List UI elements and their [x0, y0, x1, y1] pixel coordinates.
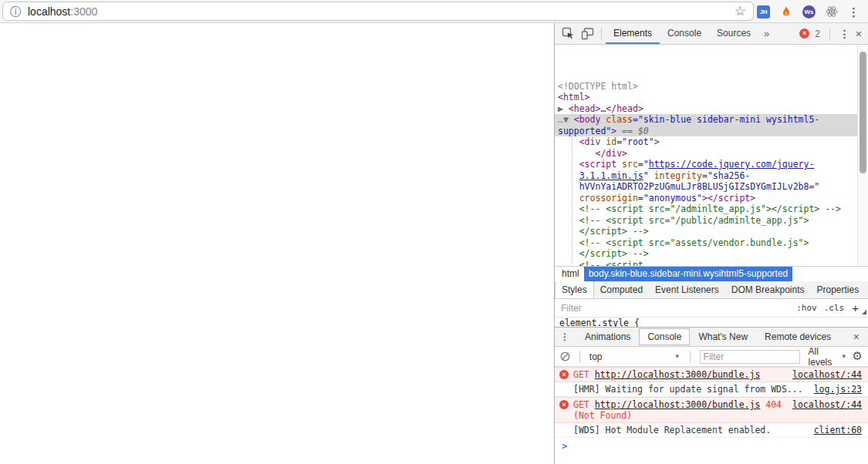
- dom-tree-line[interactable]: </div>: [558, 148, 856, 160]
- styles-sidebar-tabs: StylesComputedEvent ListenersDOM Breakpo…: [555, 281, 868, 299]
- new-style-rule-button[interactable]: +: [852, 301, 859, 314]
- drawer-tab-bar: ⋮ AnimationsConsoleWhat's NewRemote devi…: [555, 328, 868, 347]
- toggle-class-button[interactable]: .cls: [824, 303, 845, 313]
- devtools-panel: ElementsConsoleSources » × 2 ⋮ × <!DOCTY…: [554, 23, 868, 464]
- console-settings-gear-icon[interactable]: ⚙: [853, 351, 863, 362]
- console-message[interactable]: ×localhost/:44GET http://localhost:3000/…: [555, 367, 868, 382]
- drawer-tab-what-s-new[interactable]: What's New: [690, 328, 756, 346]
- url-port: :3000: [70, 5, 97, 18]
- console-prompt-chevron-icon[interactable]: >: [555, 438, 868, 455]
- styles-filter-input[interactable]: [559, 302, 789, 314]
- toggle-hover-state-button[interactable]: :hov: [796, 303, 817, 313]
- devtools-tab-elements[interactable]: Elements: [606, 23, 660, 44]
- styles-filter-bar: :hov .cls +: [555, 299, 868, 318]
- toolbar-divider: [829, 28, 830, 40]
- console-message-text: client:60[WDS] Hot Module Replacement en…: [573, 425, 862, 435]
- dom-tree-line[interactable]: <div id="root">: [558, 136, 856, 148]
- dom-tree-line[interactable]: <!-- <script src="http://localhost:3000/…: [558, 260, 856, 267]
- browser-menu-icon[interactable]: ⋮: [848, 6, 860, 18]
- dom-tree-line[interactable]: <!-- <script src="/public/adminlte_app.j…: [558, 215, 856, 237]
- console-toolbar: top ▼ All levels ▼ ⚙: [555, 347, 868, 367]
- error-icon: ×: [559, 400, 569, 409]
- dom-tree-lines: <!DOCTYPE html><html>▶ <head>…</head>…▼ …: [558, 81, 856, 267]
- console-source-link[interactable]: localhost/:44: [792, 399, 862, 410]
- error-count[interactable]: 2: [815, 29, 820, 39]
- context-label: top: [589, 351, 603, 362]
- dom-tree-line[interactable]: …▼ <body class="skin-blue sidebar-mini w…: [555, 114, 868, 136]
- devtools-tab-strip: ElementsConsoleSources: [606, 23, 758, 44]
- chevron-down-icon: ▼: [841, 353, 847, 360]
- console-message[interactable]: client:60[WDS] Hot Module Replacement en…: [555, 423, 868, 438]
- breadcrumb-bar-items: htmlbody.skin-blue.sidebar-mini.wysihtml…: [557, 267, 792, 281]
- drawer-tab-remote-devices[interactable]: Remote devices: [756, 328, 839, 346]
- scrollbar-thumb[interactable]: [860, 52, 866, 173]
- styles-tab-event-listeners[interactable]: Event Listeners: [649, 281, 725, 298]
- dom-tree-line[interactable]: <script src="https://code.jquery.com/jqu…: [558, 159, 856, 203]
- console-message-text: log.js:23[HMR] Waiting for update signal…: [573, 384, 862, 395]
- console-source-link[interactable]: log.js:23: [814, 384, 862, 395]
- styles-tab-strip: StylesComputedEvent ListenersDOM Breakpo…: [555, 281, 865, 298]
- styles-tab-dom-breakpoints[interactable]: DOM Breakpoints: [725, 281, 811, 298]
- execution-context-selector[interactable]: top ▼: [589, 351, 681, 362]
- elements-panel: <!DOCTYPE html><html>▶ <head>…</head>…▼ …: [555, 45, 868, 266]
- dom-tree-line[interactable]: <!-- <script src="assets/vendor.bundle.j…: [558, 237, 856, 260]
- extension-ws-icon[interactable]: Ws: [802, 5, 816, 18]
- inspect-element-icon[interactable]: [559, 25, 578, 43]
- breadcrumb-item[interactable]: html: [557, 267, 584, 281]
- more-tabs-icon[interactable]: »: [758, 28, 775, 39]
- styles-tab-styles[interactable]: Styles: [555, 281, 594, 298]
- extension-react-devtools-icon[interactable]: [826, 5, 838, 18]
- chevron-down-icon: ▼: [674, 353, 681, 360]
- devtools-toolbar: ElementsConsoleSources » × 2 ⋮ ×: [555, 23, 868, 45]
- breadcrumb: htmlbody.skin-blue.sidebar-mini.wysihtml…: [555, 266, 868, 281]
- extension-flame-icon[interactable]: [780, 5, 792, 18]
- browser-toolbar: ⓘ localhost:3000 ☆ JH Ws ⋮: [0, 0, 868, 23]
- devtools-menu-icon[interactable]: ⋮: [839, 29, 850, 39]
- breadcrumb-item[interactable]: body.skin-blue.sidebar-mini.wysihtml5-su…: [584, 267, 793, 281]
- elements-scrollbar[interactable]: [857, 45, 868, 266]
- devtools-tab-console[interactable]: Console: [660, 23, 709, 44]
- url-host: localhost: [28, 5, 70, 18]
- dom-tree-line[interactable]: ▶ <head>…</head>: [558, 103, 856, 115]
- drawer-close-icon[interactable]: ×: [853, 331, 863, 343]
- styles-pane-clipped-rule: element.style {: [555, 318, 868, 327]
- error-icon: ×: [559, 370, 569, 379]
- console-source-link[interactable]: localhost/:44: [792, 369, 862, 380]
- console-messages: ×localhost/:44GET http://localhost:3000/…: [555, 367, 868, 438]
- styles-tab-properties[interactable]: Properties: [810, 281, 865, 298]
- styles-tab-computed[interactable]: Computed: [594, 281, 649, 298]
- log-levels-selector[interactable]: All levels ▼: [809, 346, 847, 368]
- dom-tree-line[interactable]: <!-- <script src="/adminlte_app.js"></sc…: [558, 203, 856, 215]
- error-badge-icon[interactable]: ×: [799, 29, 809, 39]
- message-indent: [559, 425, 573, 435]
- toolbar-divider: [601, 28, 602, 40]
- message-indent: [559, 384, 573, 395]
- dom-tree-line[interactable]: <html>: [558, 92, 856, 103]
- drawer-tab-animations[interactable]: Animations: [576, 328, 639, 346]
- console-filter-input[interactable]: [700, 350, 800, 364]
- console-message[interactable]: log.js:23[HMR] Waiting for update signal…: [555, 382, 868, 397]
- address-bar[interactable]: ⓘ localhost:3000 ☆: [2, 2, 754, 21]
- console-message[interactable]: ×localhost/:44GET http://localhost:3000/…: [555, 397, 868, 423]
- extension-jh-icon[interactable]: JH: [757, 5, 770, 18]
- bookmark-star-icon[interactable]: ☆: [735, 5, 746, 18]
- drawer-tab-strip: AnimationsConsoleWhat's NewRemote device…: [576, 328, 839, 346]
- drawer-tab-console[interactable]: Console: [639, 328, 690, 345]
- toolbar-divider: [579, 351, 580, 363]
- clear-console-icon[interactable]: [560, 351, 570, 361]
- toolbar-divider: [690, 351, 691, 363]
- new-rule-dropdown-icon[interactable]: [862, 310, 866, 314]
- drawer-menu-icon[interactable]: ⋮: [560, 331, 569, 342]
- dom-tree-line[interactable]: <!DOCTYPE html>: [558, 81, 856, 92]
- page-content: [0, 23, 554, 464]
- url-text: localhost:3000: [28, 5, 97, 18]
- device-toolbar-icon[interactable]: [578, 25, 597, 43]
- console-drawer: ⋮ AnimationsConsoleWhat's NewRemote devi…: [555, 327, 868, 464]
- devtools-tab-sources[interactable]: Sources: [709, 23, 758, 44]
- console-message-text: localhost/:44GET http://localhost:3000/b…: [573, 369, 862, 380]
- extensions-row: JH Ws ⋮: [757, 0, 868, 23]
- console-source-link[interactable]: client:60: [814, 425, 862, 435]
- browser-window: ⓘ localhost:3000 ☆ JH Ws ⋮: [0, 0, 868, 464]
- devtools-close-icon[interactable]: ×: [856, 29, 862, 39]
- page-info-icon[interactable]: ⓘ: [10, 6, 21, 17]
